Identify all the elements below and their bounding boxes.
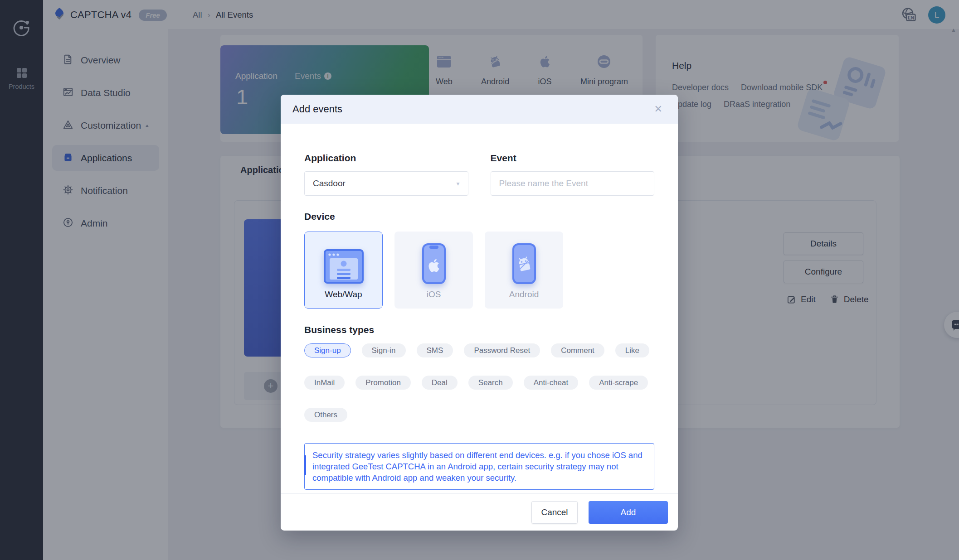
modal-title: Add events: [292, 103, 342, 115]
event-name-input[interactable]: [491, 171, 655, 196]
application-field-label: Application: [304, 153, 468, 164]
chevron-down-icon: ▾: [456, 180, 459, 187]
modal-footer: Cancel Add: [281, 493, 678, 531]
cancel-button[interactable]: Cancel: [531, 501, 578, 524]
security-note: Security strategy varies slightly based …: [304, 443, 654, 490]
add-button[interactable]: Add: [589, 501, 668, 524]
modal-header: Add events ✕: [281, 95, 678, 124]
chip-anti-scrape[interactable]: Anti-scrape: [589, 376, 648, 390]
device-card-label: Android: [509, 290, 539, 299]
chip-deal[interactable]: Deal: [422, 376, 458, 390]
device-card-ios[interactable]: iOS: [394, 232, 473, 309]
chip-password-reset[interactable]: Password Reset: [464, 343, 540, 357]
android-phone-icon: [512, 241, 536, 284]
chip-comment[interactable]: Comment: [551, 343, 604, 357]
device-card-web[interactable]: Web/Wap: [304, 232, 383, 309]
chip-like[interactable]: Like: [615, 343, 649, 357]
add-events-modal: Add events ✕ Application Casdoor ▾ Event…: [281, 95, 678, 531]
close-icon[interactable]: ✕: [654, 104, 662, 114]
iphone-icon: [422, 241, 446, 284]
device-card-label: iOS: [427, 290, 441, 299]
application-select-value: Casdoor: [313, 179, 346, 188]
device-card-android[interactable]: Android: [485, 232, 563, 309]
chip-sign-in[interactable]: Sign-in: [362, 343, 406, 357]
chip-sign-up[interactable]: Sign-up: [304, 343, 351, 357]
business-types-label: Business types: [304, 324, 654, 335]
chip-sms[interactable]: SMS: [417, 343, 453, 357]
web-window-icon: [323, 241, 364, 284]
business-type-chips: Sign-up Sign-in SMS Password Reset Comme…: [304, 343, 654, 422]
device-card-label: Web/Wap: [325, 290, 362, 299]
chip-search[interactable]: Search: [468, 376, 513, 390]
chip-anti-cheat[interactable]: Anti-cheat: [524, 376, 579, 390]
application-select[interactable]: Casdoor ▾: [304, 171, 468, 196]
chip-others[interactable]: Others: [304, 408, 347, 422]
chip-promotion[interactable]: Promotion: [355, 376, 410, 390]
event-field-label: Event: [491, 153, 655, 164]
chip-inmail[interactable]: InMail: [304, 376, 345, 390]
device-section-label: Device: [304, 211, 654, 222]
